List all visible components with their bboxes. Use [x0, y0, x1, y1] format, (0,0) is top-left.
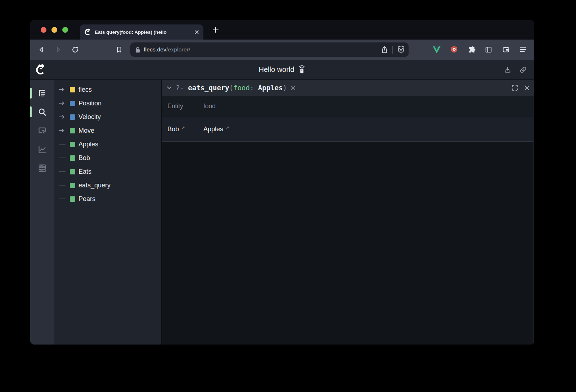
- url-host: flecs.dev: [144, 46, 166, 53]
- url-text: flecs.dev/explorer/: [144, 46, 381, 53]
- memory-icon[interactable]: [37, 163, 48, 173]
- tree-item-label: Eats: [78, 168, 91, 176]
- app-header: Hello world: [30, 60, 534, 80]
- flecs-favicon-icon: [84, 28, 91, 36]
- browser-tab[interactable]: Eats query(food: Apples) (hello: [80, 24, 203, 40]
- back-button[interactable]: [35, 44, 48, 56]
- hexagon-extension-icon[interactable]: [448, 44, 460, 56]
- entity-color-square: [70, 114, 75, 120]
- tree-item-Bob[interactable]: Bob: [54, 151, 161, 165]
- tree-item-Apples[interactable]: Apples: [54, 137, 161, 151]
- vue-devtools-icon[interactable]: [431, 44, 443, 56]
- expand-arrow-icon[interactable]: [58, 128, 70, 133]
- open-entity-arrow-icon[interactable]: ↗: [181, 125, 185, 131]
- bookmark-icon[interactable]: [113, 44, 125, 56]
- entity-color-square: [70, 155, 75, 161]
- tab-title: Eats query(food: Apples) (hello: [95, 29, 191, 35]
- tree-item-label: Bob: [78, 154, 90, 162]
- panel-close-icon[interactable]: [524, 85, 530, 91]
- browser-toolbar: flecs.dev/explorer/: [30, 40, 534, 60]
- menu-icon[interactable]: [517, 44, 529, 56]
- tree-item-label: flecs: [78, 86, 92, 94]
- remote-connection-icon: [298, 65, 306, 74]
- stats-chart-icon[interactable]: [37, 144, 48, 155]
- world-title-label: Hello world: [259, 65, 294, 74]
- url-path: /explorer/: [166, 46, 190, 53]
- new-tab-button[interactable]: [212, 26, 219, 33]
- expand-arrow-icon[interactable]: [58, 87, 70, 92]
- search-icon[interactable]: [37, 106, 48, 117]
- query-header: ?- eats_query(food: Apples): [162, 80, 534, 96]
- entity-color-square: [70, 169, 75, 174]
- url-bar[interactable]: flecs.dev/explorer/: [130, 42, 409, 57]
- explorer-content: flecsPositionVelocityMoveApplesBobEatsea…: [30, 80, 534, 345]
- chevron-down-icon[interactable]: [166, 85, 172, 91]
- entity-color-square: [70, 101, 75, 106]
- tree-item-Eats[interactable]: Eats: [54, 165, 161, 178]
- inspect-element-icon[interactable]: [37, 125, 48, 136]
- query-expression: ?- eats_query(food: Apples): [176, 84, 287, 92]
- expand-arrow-icon[interactable]: [58, 101, 70, 105]
- forward-button[interactable]: [52, 44, 64, 56]
- share-icon[interactable]: [381, 46, 388, 54]
- wallet-icon[interactable]: [500, 44, 512, 56]
- minimize-window-button[interactable]: [51, 27, 57, 33]
- tree-item-eats_query[interactable]: eats_query: [54, 178, 161, 192]
- tree-item-label: Velocity: [78, 113, 101, 121]
- window-controls: [41, 20, 68, 40]
- download-icon[interactable]: [501, 64, 514, 76]
- leaf-dash-icon: [58, 169, 70, 174]
- cell-entity: Bob↗: [167, 126, 203, 133]
- brave-shield-icon[interactable]: [397, 45, 405, 54]
- query-result-header: Entityfood: [162, 96, 534, 117]
- extensions-puzzle-icon[interactable]: [465, 44, 477, 56]
- tree-item-flecs[interactable]: flecs: [54, 83, 161, 96]
- table-row: Bob↗Apples↗: [162, 117, 534, 142]
- cell-food: Apples↗: [203, 126, 261, 133]
- entity-color-square: [70, 142, 75, 147]
- reload-button[interactable]: [69, 44, 81, 56]
- entity-color-square: [70, 183, 75, 188]
- active-indicator: [30, 88, 32, 99]
- tree-item-label: Pears: [78, 195, 95, 203]
- browser-window: Eats query(food: Apples) (hello: [30, 20, 534, 345]
- scrollbar-track[interactable]: [533, 96, 534, 345]
- tree-item-label: eats_query: [78, 182, 111, 189]
- leaf-dash-icon: [58, 142, 70, 146]
- query-result-rows: Bob↗Apples↗: [162, 117, 534, 142]
- tree-item-label: Position: [78, 100, 102, 107]
- tree-item-Position[interactable]: Position: [54, 96, 161, 110]
- close-window-button[interactable]: [41, 27, 46, 33]
- fullscreen-icon[interactable]: [512, 85, 518, 91]
- query-clear-icon[interactable]: [291, 85, 296, 90]
- zoom-window-button[interactable]: [62, 27, 68, 33]
- tree-item-label: Apples: [78, 141, 98, 148]
- leaf-dash-icon: [58, 156, 70, 160]
- tree-view-icon[interactable]: [37, 88, 48, 99]
- copy-link-icon[interactable]: [517, 64, 529, 76]
- entity-color-square: [70, 128, 75, 133]
- active-indicator: [30, 106, 32, 117]
- column-header-entity: Entity: [167, 102, 203, 110]
- expand-arrow-icon[interactable]: [58, 115, 70, 119]
- sidebar-toggle-icon[interactable]: [482, 44, 495, 56]
- leaf-dash-icon: [58, 183, 70, 187]
- panel-empty-area: [162, 142, 534, 345]
- entity-color-square: [70, 196, 75, 202]
- divider: [392, 46, 393, 54]
- tree-item-Move[interactable]: Move: [54, 124, 161, 137]
- flecs-logo-icon[interactable]: [35, 64, 46, 75]
- entity-color-square: [70, 87, 75, 92]
- tree-item-Velocity[interactable]: Velocity: [54, 110, 161, 124]
- extension-icons: [431, 44, 529, 56]
- lock-icon: [135, 47, 140, 53]
- open-entity-arrow-icon[interactable]: ↗: [225, 125, 229, 131]
- tree-item-Pears[interactable]: Pears: [54, 192, 161, 206]
- tab-close-icon[interactable]: [194, 30, 199, 35]
- column-header-food: food: [203, 102, 261, 110]
- query-panel: ?- eats_query(food: Apples) Entityfood: [161, 80, 534, 345]
- entity-tree: flecsPositionVelocityMoveApplesBobEatsea…: [54, 80, 161, 345]
- screenshot-stage: Eats query(food: Apples) (hello: [0, 0, 576, 392]
- browser-tab-bar: Eats query(food: Apples) (hello: [30, 20, 534, 40]
- tree-item-label: Move: [78, 127, 94, 135]
